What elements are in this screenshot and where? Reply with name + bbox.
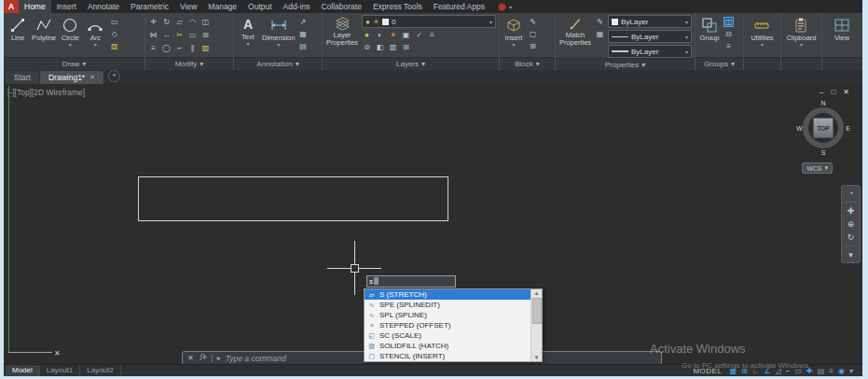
annotation-panel-label[interactable]: Annotation ▾ [234,57,322,70]
layer-isolate-icon[interactable]: ◐ [375,30,385,40]
drawn-rectangle[interactable] [138,176,448,221]
text-style-icon[interactable]: ▤ [297,41,308,51]
autocomplete-item-stepped-offset[interactable]: ≡ STEPPED (OFFSET) [365,320,542,330]
properties-panel-label[interactable]: Properties ▾ [556,58,695,70]
draw-panel-label[interactable]: Draw ▾ [4,57,145,70]
mirror-icon[interactable]: ⋈ [148,30,158,40]
close-icon[interactable]: ✕ [843,88,849,96]
snap-mode-icon[interactable]: ⊞ [741,367,748,375]
autocomplete-item-solidfill-hatch[interactable]: ▨ SOLIDFILL (HATCH) [365,341,542,351]
view-button[interactable]: View [831,15,853,42]
insert-button[interactable]: Insert ▾ [503,15,525,48]
text-button[interactable]: A Text ▾ [237,15,259,47]
viewport-controls-label[interactable]: [-][Top][2D Wireframe] [7,88,85,97]
move-icon[interactable]: ✛ [148,17,158,27]
edit-properties-icon[interactable]: ✎ [595,17,605,27]
annotation-visibility-icon[interactable]: ▤ [818,367,825,375]
layer-properties-button[interactable]: Layer Properties [325,15,359,48]
orbit-icon[interactable]: ↻ [847,232,855,242]
ribbon-tab-parametric[interactable]: Parametric [125,0,174,13]
layer-merge-icon[interactable]: ⊞ [401,42,411,52]
layer-select[interactable]: ● ☀ 0 ▾ [362,15,496,28]
group-manager-icon[interactable]: ≡ [723,41,734,51]
ribbon-tab-insert[interactable]: Insert [51,0,82,13]
linetype-select[interactable]: ByLayer ▾ [608,30,692,43]
layer-states-icon[interactable]: ≡ [427,30,437,40]
polygon-tool-icon[interactable]: ◇ [109,29,119,39]
match-properties-button[interactable]: Match Properties [558,15,592,48]
block-panel-label[interactable]: Block ▾ [500,57,555,70]
viewcube-west[interactable]: W [796,125,803,132]
clipboard-button[interactable]: Clipboard ▾ [786,15,816,48]
create-block-icon[interactable]: ▢ [528,29,538,39]
customization-icon[interactable]: ▾ [849,367,853,375]
properties-list-icon[interactable]: ▦ [595,29,605,39]
object-color-select[interactable]: ByLayer ▾ [608,15,692,28]
ungroup-icon[interactable]: ◫ [723,17,734,27]
rotate-icon[interactable]: ↻ [161,17,172,27]
dynamic-input-icon[interactable]: ✚ [806,367,813,375]
group-edit-icon[interactable]: ⊟ [723,29,734,39]
leader-icon[interactable]: ↗ [297,17,308,27]
model-space-label[interactable]: MODEL [693,367,722,375]
polyline-button[interactable]: Polyline [32,15,56,42]
autocomplete-item-splinedit[interactable]: ∿ SPE (SPLINEDIT) [365,300,542,310]
fillet-icon[interactable]: ◠ [187,17,198,27]
ribbon-tab-collaborate[interactable]: Collaborate [315,0,366,13]
layer-freeze-all-icon[interactable]: ☀ [388,30,398,40]
ribbon-tab-express-tools[interactable]: Express Tools [367,0,428,13]
stretch-tool-icon[interactable]: ▱ [174,17,185,27]
viewcube-north[interactable]: N [820,100,825,106]
viewcube-east[interactable]: E [846,125,850,132]
navigation-wheel-icon[interactable]: ◔ [848,189,853,198]
object-snap-tracking-icon[interactable]: ⌐ [786,367,791,375]
close-icon[interactable]: ✕ [187,354,194,362]
break-icon[interactable]: ◯ [161,43,172,53]
ribbon-tab-home[interactable]: Home [19,0,51,13]
scrollbar-thumb[interactable] [532,298,542,324]
line-button[interactable]: Line [7,15,29,42]
command-input[interactable]: Type a command [226,354,286,363]
ribbon-tab-featured-apps[interactable]: Featured Apps [428,0,490,13]
groups-panel-label[interactable]: Groups ▾ [696,57,743,70]
circle-button[interactable]: Circle ▾ [59,15,81,48]
layout1-tab[interactable]: Layout1 [40,365,80,376]
ortho-icon[interactable]: ∟ [752,367,760,375]
copy-icon[interactable]: ◫ [200,17,211,27]
workspace-icon[interactable]: ≡ [829,367,834,375]
new-drawing-button[interactable]: + [108,70,120,82]
dynamic-input-field[interactable]: s [366,275,456,288]
trim-icon[interactable]: ✂ [174,30,185,40]
scale-tool-icon[interactable]: ▭ [187,30,198,40]
zoom-icon[interactable]: ⊕ [847,219,855,229]
block-editor-icon[interactable]: ⊞ [528,41,538,51]
customize-icon[interactable] [199,354,207,362]
file-tab-start[interactable]: Start [6,71,39,84]
layer-state-on-icon[interactable]: ● [362,30,372,40]
chamfer-icon[interactable]: ⌐ [174,43,185,53]
scroll-up-icon[interactable]: ▲ [534,290,540,296]
chevron-down-icon[interactable]: ▾ [509,4,512,10]
dimension-button[interactable]: Dimension ▾ [262,15,295,48]
chevron-down-icon[interactable]: ▾ [848,250,853,260]
offset-tool-icon[interactable]: ↔ [161,30,172,40]
viewcube-south[interactable]: S [821,149,826,156]
viewcube-top-face[interactable]: TOP [813,118,834,138]
polar-tracking-icon[interactable]: ∠ [765,367,771,375]
layer-current-icon[interactable]: ◧ [375,42,385,52]
rectangle-tool-icon[interactable]: ▭ [109,17,119,27]
group-button[interactable]: Group [698,15,721,42]
autocomplete-item-stretch[interactable]: ▱ S (STRETCH) [365,289,542,300]
join-icon[interactable]: ▨ [200,43,211,53]
autocomplete-scrollbar[interactable]: ▲ ▼ [530,289,542,361]
autocomplete-item-stencil-insert[interactable]: ▢ STENCIL (INSERT) [365,351,542,361]
ribbon-tab-output[interactable]: Output [242,0,278,13]
layer-walk-icon[interactable]: ▥ [388,42,398,52]
pan-icon[interactable]: ✚ [847,206,855,216]
layout2-tab[interactable]: Layout2 [80,365,120,376]
restore-icon[interactable]: □ [831,88,835,96]
close-icon[interactable]: ✕ [90,74,95,81]
edit-attributes-icon[interactable]: ✎ [528,17,538,27]
layer-match-icon[interactable]: ✓ [414,30,424,40]
table-icon[interactable]: ▦ [297,29,308,39]
